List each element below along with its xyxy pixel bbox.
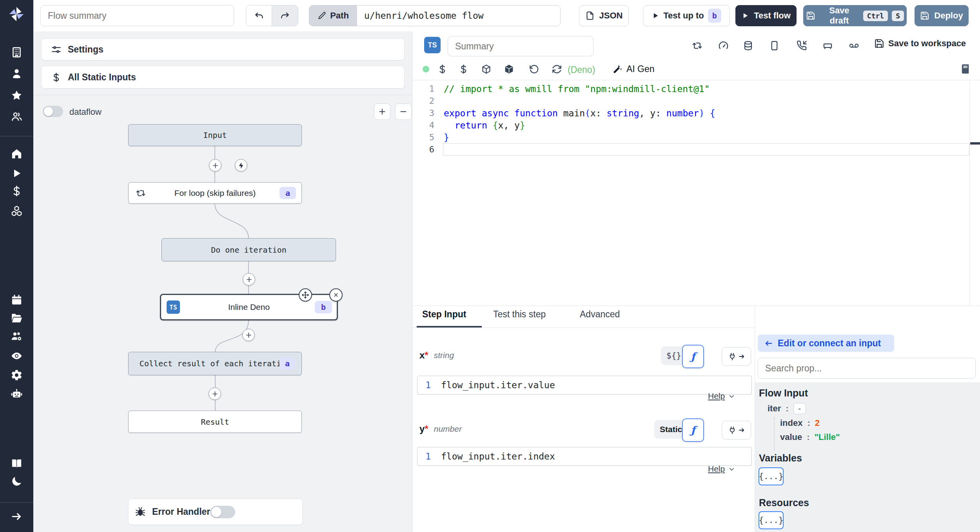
docs-book-icon[interactable]: [960, 63, 971, 74]
deploy-button[interactable]: Deploy: [915, 5, 969, 26]
step-id-badge: a: [279, 187, 296, 199]
package-icon[interactable]: [481, 64, 492, 74]
retries-icon[interactable]: [692, 40, 702, 51]
code-lines[interactable]: 1// import * as wmill from "npm:windmill…: [412, 83, 969, 156]
suspend-icon[interactable]: [769, 40, 780, 51]
resources-picker-icon[interactable]: [458, 64, 469, 74]
arrow-left-icon: [764, 339, 773, 348]
prop-row-index[interactable]: index : 2: [780, 418, 820, 428]
undo-button[interactable]: [246, 5, 272, 26]
plus-icon: [211, 390, 219, 398]
variables-icon[interactable]: [11, 185, 23, 197]
path-edit-button[interactable]: Path: [309, 5, 357, 26]
resources-title: Resources: [759, 497, 809, 508]
field-y-javascript-mode-button[interactable]: ƒ: [682, 418, 704, 442]
minimap-border: [969, 80, 970, 306]
reload-icon[interactable]: [552, 64, 562, 74]
variables-object-chip[interactable]: {...}: [759, 467, 784, 485]
dark-mode-icon[interactable]: [11, 475, 23, 487]
search-prop-input[interactable]: [758, 358, 976, 379]
plus-icon: [245, 276, 253, 283]
runs-icon[interactable]: [11, 167, 23, 179]
save-draft-button[interactable]: Save draft Ctrl S: [803, 5, 907, 26]
redo-button[interactable]: [272, 5, 298, 26]
tab-step-input[interactable]: Step Input: [422, 309, 466, 320]
chevron-down-icon: [728, 465, 735, 473]
test-up-to-button[interactable]: Test up to b: [643, 5, 730, 26]
add-step-button[interactable]: [209, 387, 221, 400]
static-mode-label[interactable]: Static: [660, 425, 682, 434]
test-up-to-step-badge: b: [708, 9, 721, 23]
flow-summary-input[interactable]: [40, 5, 234, 26]
add-step-button[interactable]: [242, 329, 255, 341]
timeout-icon[interactable]: [718, 40, 729, 51]
field-y-connect-button[interactable]: [722, 421, 751, 440]
package-filled-icon[interactable]: [504, 64, 514, 74]
field-x-help-link[interactable]: Help: [708, 391, 735, 401]
tab-advanced[interactable]: Advanced: [580, 309, 620, 320]
delete-step-button[interactable]: [329, 288, 343, 302]
windmill-logo-icon[interactable]: [8, 5, 25, 23]
field-y-expression-editor[interactable]: 1 flow_input.iter.index: [417, 447, 752, 466]
prop-row-value[interactable]: value : "Lille": [780, 432, 840, 442]
graph-node-input[interactable]: Input: [128, 124, 302, 146]
field-y-help-link[interactable]: Help: [708, 464, 735, 474]
workers-icon[interactable]: [11, 330, 23, 342]
tab-test-this-step[interactable]: Test this step: [493, 309, 546, 320]
graph-node-forloop[interactable]: For loop (skip failures) a: [128, 182, 302, 204]
resources-icon[interactable]: [11, 205, 23, 217]
test-flow-button[interactable]: Test flow: [735, 5, 797, 26]
voicemail-icon[interactable]: [849, 40, 859, 51]
phone-incoming-icon[interactable]: [797, 40, 807, 51]
folders-icon[interactable]: [11, 312, 23, 324]
audit-logs-icon[interactable]: [11, 350, 23, 362]
save-icon: [920, 11, 929, 20]
settings-icon[interactable]: [11, 369, 23, 381]
bot-icon[interactable]: [11, 388, 23, 400]
save-to-workspace-button[interactable]: Save to workspace: [874, 38, 966, 49]
reset-icon[interactable]: [529, 64, 539, 74]
field-x-connect-button[interactable]: [722, 347, 751, 366]
ai-gen-button[interactable]: AI Gen: [612, 64, 655, 74]
error-handler-toggle[interactable]: [210, 506, 235, 518]
edit-or-connect-input-button[interactable]: Edit or connect an input: [758, 335, 894, 352]
field-x-expression-editor[interactable]: 1 flow_input.iter.value: [417, 376, 752, 394]
graph-node-do-one-iteration[interactable]: Do one iteration: [162, 238, 336, 261]
expand-sidebar-icon[interactable]: [11, 510, 23, 523]
add-step-button[interactable]: [209, 159, 221, 172]
groups-icon[interactable]: [11, 110, 23, 123]
cache-icon[interactable]: [743, 40, 753, 51]
json-button[interactable]: JSON: [579, 5, 629, 26]
docs-icon[interactable]: [11, 457, 23, 469]
variables-picker-icon[interactable]: [437, 64, 448, 74]
play-icon: [741, 12, 749, 20]
sleep-icon[interactable]: [822, 40, 833, 51]
workspace-icon[interactable]: [11, 46, 23, 58]
sidebar-divider: [0, 136, 33, 136]
favorites-icon[interactable]: [11, 89, 23, 101]
home-icon[interactable]: [11, 148, 23, 160]
add-step-button[interactable]: [243, 273, 255, 286]
field-type: string: [434, 351, 454, 360]
template-mode-label[interactable]: ${}: [666, 351, 681, 360]
field-x-javascript-mode-button[interactable]: ƒ: [682, 345, 704, 368]
move-step-button[interactable]: [299, 288, 312, 302]
graph-node-collect-result[interactable]: Collect result of each iteration a: [128, 352, 302, 375]
field-x-label: x* string: [419, 350, 454, 361]
zap-icon: [238, 162, 245, 169]
flow-input-title: Flow Input: [759, 387, 808, 399]
graph-edges: [33, 31, 412, 532]
resources-object-chip[interactable]: {...}: [759, 511, 784, 529]
summary-input[interactable]: [448, 36, 593, 56]
runtime-label[interactable]: (Deno): [568, 65, 595, 75]
schedules-icon[interactable]: [11, 294, 23, 306]
divider: [412, 80, 980, 80]
path-input[interactable]: [357, 5, 560, 26]
collapse-chip[interactable]: -: [793, 403, 806, 414]
graph-node-result[interactable]: Result: [128, 411, 302, 433]
prop-row-iter[interactable]: iter : -: [768, 403, 806, 414]
user-icon[interactable]: [11, 67, 23, 80]
play-icon: [652, 12, 659, 20]
error-handler-card[interactable]: Error Handler: [128, 499, 303, 525]
add-trigger-button[interactable]: [235, 159, 247, 172]
